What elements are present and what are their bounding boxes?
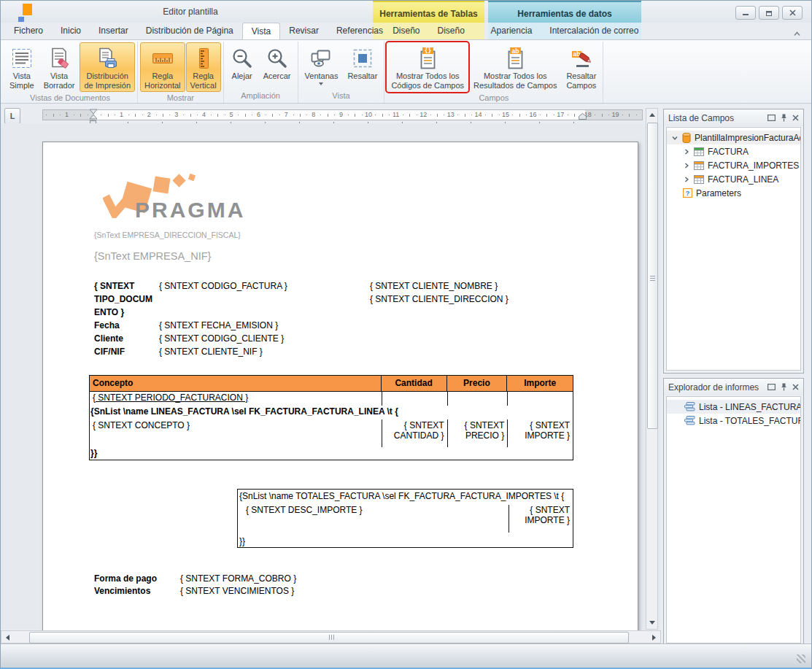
ribbon-button-mostrar-todos-los-codigos-de-campos[interactable]: {}Mostrar Todos los Códigos de Campos: [387, 42, 468, 92]
resize-grip[interactable]: [797, 654, 805, 663]
scroll-up-arrow[interactable]: [649, 113, 655, 117]
field-block-label[interactable]: Cliente: [94, 332, 152, 345]
field-code[interactable]: { SNTEXT CODIGO_FACTURA }: [159, 279, 287, 293]
field-code-importe[interactable]: { SNTEXT IMPORTE }: [507, 419, 573, 447]
collapse-ribbon-button[interactable]: [793, 27, 801, 40]
maximize-panel-button[interactable]: [767, 384, 776, 390]
tab-referencias[interactable]: Referencias: [328, 23, 392, 39]
tab-revisar[interactable]: Revisar: [280, 23, 328, 39]
indent-marker[interactable]: [88, 109, 98, 120]
maximize-panel-button[interactable]: [767, 115, 776, 121]
field-code-totales-close[interactable]: }}: [239, 536, 245, 546]
payment-block[interactable]: Forma de pago{ SNTEXT FORMA_COBRO }Venci…: [94, 573, 296, 598]
document-area: PRAGMA {SnText EMPRESA_DIRECCION_FISCAL}…: [1, 123, 661, 630]
field-code[interactable]: { SNTEXT CLIENTE_NOMBRE }: [370, 279, 509, 293]
field-code[interactable]: { SNTEXT VENCIMIENTOS }: [180, 586, 294, 596]
close-panel-button[interactable]: [792, 384, 799, 390]
field-block-values[interactable]: { SNTEXT CODIGO_FACTURA } { SNTEXT FECHA…: [159, 279, 287, 358]
tab-diseno[interactable]: Diseño: [429, 23, 473, 39]
zoom-in-icon: [266, 45, 289, 71]
report-item-lista-totales-factura[interactable]: Lista - TOTALES_FACTURA: [667, 414, 800, 428]
tab-vista[interactable]: Vista: [242, 23, 280, 39]
field-code-total-importe[interactable]: { SNTEXT IMPORTE }: [509, 505, 570, 525]
field-code-cantidad[interactable]: { SNTEXT CANTIDAD }: [382, 419, 447, 447]
tab-fichero[interactable]: Fichero: [5, 23, 52, 39]
tree-item-root[interactable]: PlantillaImpresionFacturaAd...: [667, 131, 800, 144]
field-block-label[interactable]: CIF/NIF: [94, 345, 152, 358]
scroll-down-arrow[interactable]: [649, 621, 655, 624]
vertical-scroll-thumb[interactable]: [647, 123, 658, 429]
field-code[interactable]: { SNTEXT CODIGO_CLIENTE }: [159, 332, 287, 345]
field-code-snlist-open[interactable]: {SnList \name LINEAS_FACTURA \sel FK_FAC…: [90, 406, 573, 419]
field-code[interactable]: { SNTEXT CLIENTE_NIF }: [159, 345, 287, 358]
ribbon-button-ventanas[interactable]: Ventanas: [301, 42, 343, 88]
field-code-desc-importe[interactable]: { SNTEXT DESC_IMPORTE }: [246, 505, 363, 515]
ribbon-button-acercar[interactable]: Acercar: [259, 42, 295, 88]
field-codes-icon: {}: [416, 45, 439, 71]
tab-inicio[interactable]: Inicio: [52, 23, 90, 39]
ruler-tick: [546, 114, 547, 117]
field-code-periodo[interactable]: { SNTEXT PERIODO_FACTURACION }: [90, 392, 382, 406]
tab-stop-selector[interactable]: L: [4, 108, 20, 124]
field-code-snlist-close[interactable]: }}: [90, 447, 573, 460]
horizontal-scroll-thumb[interactable]: [29, 632, 629, 643]
ribbon-button-vista-borrador[interactable]: Vista Borrador: [39, 42, 80, 92]
field-code[interactable]: { SNTEXT CLIENTE_DIRECCION }: [370, 293, 509, 306]
tree-item-parameters[interactable]: ?Parameters: [667, 186, 800, 200]
field-block-label[interactable]: ENTO }: [94, 306, 152, 319]
chevron-right-icon[interactable]: [683, 162, 690, 169]
scroll-left-arrow[interactable]: [6, 635, 9, 641]
scroll-right-arrow[interactable]: [652, 635, 656, 641]
field-code-totales-open[interactable]: {SnList \name TOTALES_FACTURA \sel FK_FA…: [238, 490, 573, 501]
ruler-tick: [80, 114, 81, 117]
field-code-concepto[interactable]: { SNTEXT CONCEPTO }: [90, 419, 382, 447]
tree-item-factura-importes[interactable]: FACTURA_IMPORTES: [667, 158, 800, 172]
ribbon-button-regla-horizontal[interactable]: Regla Horizontal: [140, 42, 185, 92]
ruler-tick: [183, 115, 184, 115]
field-code[interactable]: { SNTEXT FORMA_COBRO }: [180, 573, 296, 584]
tree-item-factura-linea[interactable]: FACTURA_LINEA: [667, 172, 800, 186]
vertical-scrollbar[interactable]: [646, 108, 658, 630]
ribbon-button-distribucion-de-impresion[interactable]: Distribución de Impresión: [80, 42, 135, 92]
table-row: { SNTEXT CONCEPTO } { SNTEXT CANTIDAD } …: [90, 419, 573, 447]
payment-row[interactable]: Forma de pago{ SNTEXT FORMA_COBRO }: [94, 573, 296, 585]
ruler-tick: [293, 115, 294, 115]
field-block-label[interactable]: Fecha: [94, 319, 152, 332]
minimize-button[interactable]: [735, 6, 756, 20]
tab-intercalacion-de-correo[interactable]: Intercalación de correo: [541, 23, 647, 39]
close-panel-button[interactable]: [792, 115, 799, 121]
field-code-empresa-direccion[interactable]: {SnText EMPRESA_DIRECCION_FISCAL}: [94, 231, 241, 239]
payment-row[interactable]: Vencimientos{ SNTEXT VENCIMIENTOS }: [94, 585, 296, 598]
field-code-precio[interactable]: { SNTEXT PRECIO }: [447, 419, 508, 447]
field-block-label[interactable]: { SNTEXT: [94, 279, 152, 293]
tree-item-factura[interactable]: FACTURA: [667, 144, 800, 158]
invoice-lines-table[interactable]: Concepto Cantidad Precio Importe { SNTEX…: [89, 375, 573, 460]
tab-apariencia[interactable]: Apariencia: [482, 23, 541, 39]
chevron-right-icon[interactable]: [683, 148, 690, 155]
ribbon-button-regla-vertical[interactable]: Regla Vertical: [186, 42, 221, 92]
field-block-client[interactable]: { SNTEXT CLIENTE_NOMBRE }{ SNTEXT CLIENT…: [370, 279, 509, 306]
right-indent-marker[interactable]: [578, 113, 587, 120]
ribbon-button-resaltar[interactable]: Resaltar: [343, 42, 382, 88]
field-block-label[interactable]: TIPO_DOCUM: [94, 293, 152, 306]
report-item-lista-lineas-factura[interactable]: Lista - LINEAS_FACTURA: [667, 400, 800, 414]
document-page[interactable]: PRAGMA {SnText EMPRESA_DIRECCION_FISCAL}…: [42, 142, 638, 639]
totals-table[interactable]: {SnList \name TOTALES_FACTURA \sel FK_FA…: [237, 489, 573, 548]
chevron-right-icon[interactable]: [683, 176, 690, 183]
field-code-empresa-nif[interactable]: {SnText EMPRESA_NIF}: [94, 250, 211, 262]
horizontal-scrollbar[interactable]: [1, 630, 661, 643]
pin-panel-button[interactable]: [781, 114, 787, 122]
close-button[interactable]: [782, 6, 803, 20]
logo-text: PRAGMA: [135, 198, 245, 223]
ribbon-button-alejar[interactable]: Alejar: [226, 42, 258, 88]
ribbon-button-vista-simple[interactable]: Vista Simple: [5, 42, 39, 92]
chevron-down-icon[interactable]: [671, 134, 678, 142]
ribbon-button-resaltar-campos[interactable]: abResaltar Campos: [562, 42, 600, 92]
field-block-labels[interactable]: { SNTEXTTIPO_DOCUMENTO }FechaClienteCIF/…: [94, 279, 152, 358]
tab-distribucion-de-pagina[interactable]: Distribución de Página: [137, 23, 242, 39]
restore-button[interactable]: [759, 6, 779, 20]
tab-insertar[interactable]: Insertar: [90, 23, 137, 39]
field-code[interactable]: { SNTEXT FECHA_EMISION }: [159, 319, 287, 332]
ribbon-button-mostrar-todos-los-resultados-de-campos[interactable]: abMostrar Todos los Resultados de Campos: [469, 42, 561, 92]
pin-panel-button[interactable]: [781, 383, 787, 391]
